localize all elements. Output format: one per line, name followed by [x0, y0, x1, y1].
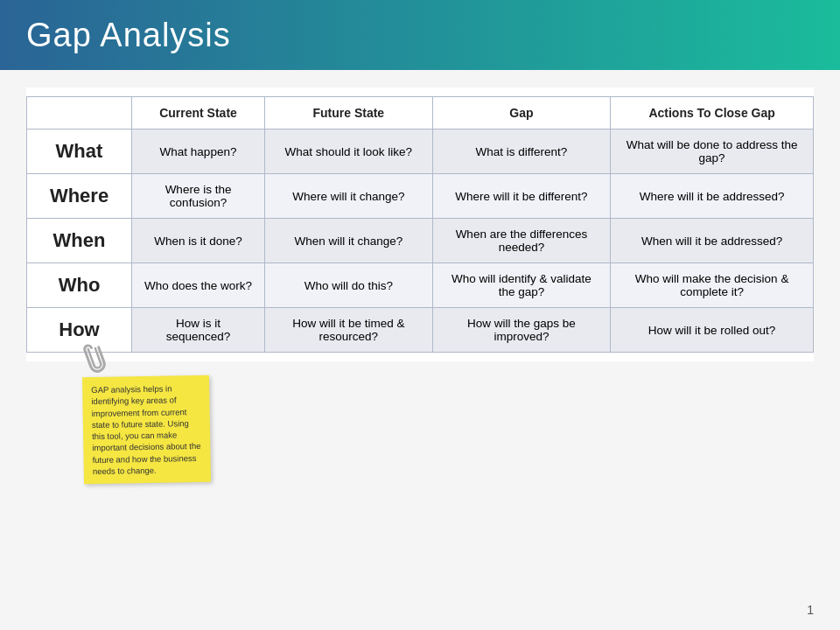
cell-when-future: When will it change?: [265, 219, 433, 263]
row-label-when: When: [27, 219, 132, 263]
table-row: What What happen? What should it look li…: [27, 130, 814, 174]
cell-where-current: Where is the confusion?: [132, 174, 265, 219]
sticky-note-text: GAP analysis helps in identifying key ar…: [82, 375, 211, 485]
row-label-what: What: [27, 130, 132, 174]
cell-how-gap: How will the gaps be improved?: [432, 308, 611, 353]
page-header: Gap Analysis: [0, 0, 840, 70]
cell-who-actions: Who will make the decision & complete it…: [611, 263, 814, 308]
cell-where-gap: Where will it be different?: [432, 174, 611, 219]
table-row: When When is it done? When will it chang…: [27, 219, 814, 263]
col-header-future-state: Future State: [265, 97, 433, 130]
cell-how-actions: How will it be rolled out?: [611, 308, 814, 353]
table-row: Where Where is the confusion? Where will…: [27, 174, 814, 219]
cell-what-current: What happen?: [132, 130, 265, 174]
cell-who-gap: Who will identify & validate the gap?: [432, 263, 611, 308]
cell-what-gap: What is different?: [432, 130, 611, 174]
gap-analysis-table: Current State Future State Gap Actions T…: [26, 96, 814, 353]
table-row: How How is it sequenced? How will it be …: [27, 308, 814, 353]
cell-where-actions: Where will it be addressed?: [611, 174, 814, 219]
cell-where-future: Where will it change?: [265, 174, 433, 219]
table-row: Who Who does the work? Who will do this?…: [27, 263, 814, 308]
cell-how-future: How will it be timed & resourced?: [265, 308, 433, 353]
cell-how-current: How is it sequenced?: [132, 308, 265, 353]
cell-what-actions: What will be done to address the gap?: [611, 130, 814, 174]
cell-when-current: When is it done?: [132, 219, 265, 263]
page-title: Gap Analysis: [26, 17, 231, 54]
col-header-empty: [27, 97, 132, 130]
row-label-where: Where: [27, 174, 132, 219]
cell-who-future: Who will do this?: [265, 263, 433, 308]
sticky-note: GAP analysis helps in identifying key ar…: [83, 376, 210, 483]
main-content: Current State Future State Gap Actions T…: [26, 88, 814, 361]
cell-when-actions: When will it be addressed?: [611, 219, 814, 263]
row-label-who: Who: [27, 263, 132, 308]
col-header-current-state: Current State: [132, 97, 265, 130]
cell-who-current: Who does the work?: [132, 263, 265, 308]
cell-what-future: What should it look like?: [265, 130, 433, 174]
col-header-gap: Gap: [432, 97, 611, 130]
cell-when-gap: When are the differences needed?: [432, 219, 611, 263]
table-header-row: Current State Future State Gap Actions T…: [27, 97, 814, 130]
col-header-actions: Actions To Close Gap: [611, 97, 814, 130]
page-number: 1: [807, 603, 814, 617]
